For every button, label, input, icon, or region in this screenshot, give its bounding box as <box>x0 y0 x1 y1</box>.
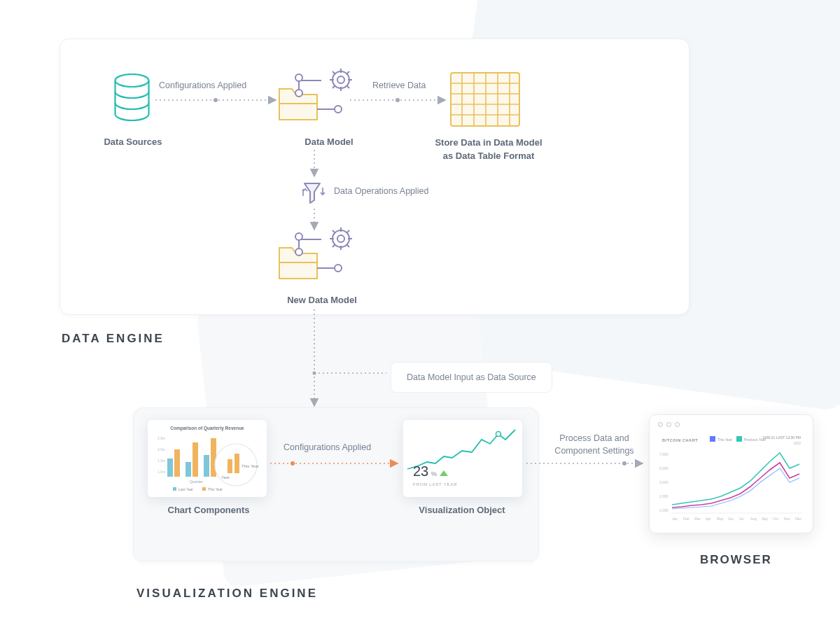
svg-rect-23 <box>173 487 176 491</box>
svg-text:1.0m: 1.0m <box>158 470 165 474</box>
config-applied-label: Configurations Applied <box>159 80 246 90</box>
svg-rect-17 <box>174 449 180 477</box>
viz-object-card: 23 % FROM LAST YEAR <box>403 420 522 497</box>
svg-text:Last Year: Last Year <box>178 487 193 491</box>
chart-title-text: Comparison of Quarterly Revenue <box>170 426 244 431</box>
data-engine-title: DATA ENGINE <box>62 332 164 346</box>
svg-text:5,000: 5,000 <box>659 466 668 470</box>
svg-text:Sep: Sep <box>762 517 768 521</box>
svg-point-32 <box>496 432 501 437</box>
config-applied-viz-label: Configurations Applied <box>284 442 371 452</box>
svg-text:Year: Year <box>221 475 230 479</box>
svg-text:Dec: Dec <box>795 517 802 521</box>
svg-point-7 <box>335 265 342 272</box>
svg-text:This Year: This Year <box>241 464 259 468</box>
data-operations-label: Data Operations Applied <box>334 186 429 196</box>
svg-text:Feb: Feb <box>683 517 690 521</box>
store-data-label: Store Data in Data Model as Data Table F… <box>433 136 545 163</box>
svg-text:Jul: Jul <box>739 517 743 521</box>
new-data-model-icon <box>278 219 369 288</box>
svg-rect-29 <box>234 454 239 473</box>
svg-text:May: May <box>717 517 724 521</box>
table-grid-icon <box>450 72 520 130</box>
svg-point-8 <box>295 233 302 240</box>
browser-traffic-lights-icon <box>658 422 680 427</box>
funnel-icon <box>302 181 326 209</box>
new-data-model-label: New Data Model <box>280 295 364 305</box>
svg-rect-28 <box>227 459 232 473</box>
svg-text:Apr: Apr <box>706 517 711 521</box>
svg-text:7,000: 7,000 <box>659 452 668 456</box>
browser-window: BITCOIN CHART This Year Previous Year 16… <box>649 414 813 533</box>
svg-text:%: % <box>431 470 437 477</box>
svg-text:1,000: 1,000 <box>659 508 668 512</box>
svg-text:Quarter: Quarter <box>190 479 203 484</box>
svg-rect-19 <box>192 442 198 477</box>
data-sources-label: Data Sources <box>98 136 168 147</box>
svg-point-0 <box>115 74 149 87</box>
svg-point-9 <box>295 248 302 255</box>
database-icon <box>113 74 151 125</box>
chart-components-label: Chart Components <box>153 505 265 515</box>
svg-text:BITCOIN CHART: BITCOIN CHART <box>662 438 698 442</box>
svg-rect-25 <box>202 487 206 491</box>
svg-text:FROM LAST YEAR: FROM LAST YEAR <box>413 482 457 486</box>
chart-components-card: Comparison of Quarterly Revenue 2.5m 2.0… <box>148 420 267 497</box>
svg-text:1.5m: 1.5m <box>158 458 165 463</box>
data-model-input-text: Data Model Input as Data Source <box>407 372 536 382</box>
svg-text:Jun: Jun <box>728 517 734 521</box>
svg-text:This Year: This Year <box>718 438 732 442</box>
svg-point-74 <box>622 461 626 465</box>
svg-rect-18 <box>186 462 191 477</box>
svg-point-1 <box>335 106 342 113</box>
process-settings-label: Process Data and Component Settings <box>549 433 640 457</box>
architecture-diagram: DATA ENGINE Data Sources <box>0 0 840 630</box>
svg-point-3 <box>295 90 302 97</box>
svg-rect-16 <box>167 458 173 477</box>
svg-point-5 <box>337 76 344 83</box>
svg-text:Jan: Jan <box>672 517 678 521</box>
svg-point-70 <box>313 372 316 375</box>
viz-engine-title: VISUALIZATION ENGINE <box>136 587 318 601</box>
svg-text:Oct: Oct <box>773 517 778 521</box>
svg-point-2 <box>295 74 302 81</box>
data-model-icon <box>278 60 369 130</box>
svg-rect-20 <box>204 455 209 477</box>
svg-point-11 <box>337 235 344 242</box>
svg-marker-35 <box>440 470 448 476</box>
svg-text:Nov: Nov <box>784 517 790 521</box>
viz-object-label: Visualization Object <box>406 505 518 515</box>
browser-title: BROWSER <box>700 553 772 567</box>
svg-text:This Year: This Year <box>208 487 223 491</box>
svg-rect-38 <box>710 436 715 442</box>
svg-text:23: 23 <box>413 463 428 479</box>
svg-text:2.0m: 2.0m <box>158 447 165 451</box>
data-model-label: Data Model <box>294 136 364 147</box>
svg-text:1680.21 LAST 12:30 PM: 1680.21 LAST 12:30 PM <box>762 435 801 440</box>
svg-text:Aug: Aug <box>750 517 757 521</box>
data-model-input-box: Data Model Input as Data Source <box>391 362 552 393</box>
svg-text:3,000: 3,000 <box>659 480 668 484</box>
svg-text:USD: USD <box>793 441 801 445</box>
svg-text:2.5m: 2.5m <box>158 436 165 440</box>
svg-text:Mar: Mar <box>694 517 701 521</box>
retrieve-data-label: Retrieve Data <box>372 80 426 90</box>
svg-rect-40 <box>736 436 742 442</box>
svg-text:2,000: 2,000 <box>659 494 668 498</box>
